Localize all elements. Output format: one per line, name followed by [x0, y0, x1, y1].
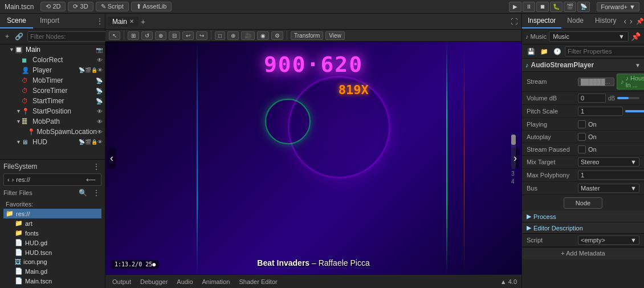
tree-item-scoretimer[interactable]: ⏱ ScoreTimer 📡	[0, 86, 105, 96]
editor-tab-main[interactable]: Main ✕	[108, 17, 138, 27]
stream-paused-checkbox[interactable]	[578, 145, 586, 153]
script-button[interactable]: ✎ Script	[96, 2, 129, 11]
audio-tab[interactable]: Audio	[174, 278, 195, 286]
tree-item-mobpath[interactable]: ▼ 🛤 MobPath 👁	[0, 116, 105, 127]
add-metadata-button[interactable]: + Add Metadata	[522, 247, 644, 259]
zoom-out-button[interactable]: ⊟	[169, 31, 180, 40]
debug-button[interactable]: 🐛	[550, 2, 563, 12]
file-icon: 📄	[15, 239, 23, 246]
select-mode-button[interactable]: ↖	[109, 31, 120, 40]
volume-input[interactable]	[578, 94, 606, 103]
tree-item-mobtimer[interactable]: ⏱ MobTimer 📡	[0, 75, 105, 86]
output-tab[interactable]: Output	[110, 278, 133, 286]
stream-file[interactable]: ♪ ♪ House In ...	[617, 74, 644, 90]
rotate-button[interactable]: ↺	[141, 31, 153, 40]
fs-item-hudgd[interactable]: 📄 HUD.gd	[3, 238, 101, 248]
insp-back-button[interactable]: ‹	[622, 14, 628, 29]
zoom-in-button[interactable]: ⊕	[155, 31, 166, 40]
view-button[interactable]: View	[325, 31, 345, 40]
undo-button[interactable]: ↩	[182, 31, 194, 40]
transform-button[interactable]: Transform	[291, 31, 323, 40]
inspector-tab[interactable]: Inspector	[522, 14, 561, 29]
camera-button[interactable]: 🎥	[241, 31, 255, 40]
pause-button[interactable]: ⏸	[523, 2, 535, 12]
tree-item-main[interactable]: ▼ 🔲 Main 📷	[0, 44, 105, 55]
pitch-input[interactable]	[578, 107, 623, 116]
filter-properties-input[interactable]	[565, 46, 644, 56]
tree-item-mobspawnlocation[interactable]: 📍 MobSpawnLocation 👁	[0, 127, 105, 137]
volume-slider[interactable]	[617, 97, 639, 99]
filter-nodes-input[interactable]	[27, 31, 112, 42]
redo-button[interactable]: ↪	[196, 31, 207, 40]
tree-item-starttimer[interactable]: ⏱ StartTimer 📡	[0, 96, 105, 106]
node-button-row: Node	[522, 195, 644, 211]
node-tab[interactable]: Node	[561, 14, 589, 29]
tree-item-player[interactable]: 👤 Player 📡🎬🔒👁	[0, 65, 105, 75]
node-button[interactable]: Node	[564, 197, 602, 209]
insp-forward-button[interactable]: ›	[628, 14, 634, 29]
insp-history-button[interactable]: 🕐	[552, 47, 563, 56]
section-editor-description[interactable]: ▶ Editor Description	[522, 222, 644, 234]
animation-tab[interactable]: Animation	[200, 278, 233, 286]
pitch-slider[interactable]	[625, 110, 644, 112]
mode-3d-button[interactable]: ⟳ 3D	[68, 2, 93, 11]
fs-item-art[interactable]: 📁 art	[3, 218, 101, 228]
render-button[interactable]: ◉	[257, 31, 269, 40]
viewport-nav-left[interactable]: ‹	[108, 148, 116, 169]
debugger-tab[interactable]: Debugger	[138, 278, 170, 286]
shader-editor-tab[interactable]: Shader Editor	[237, 278, 279, 286]
smart-snap-button[interactable]: ⊕	[227, 31, 239, 40]
grid-button[interactable]: ⊞	[128, 31, 139, 40]
import-tab[interactable]: Import	[33, 14, 66, 29]
fs-item-maintscn[interactable]: 📄 Main.tscn	[3, 276, 101, 286]
filesystem-options-button[interactable]: ⋮	[91, 162, 101, 171]
assetlib-button[interactable]: ⬆ AssetLib	[131, 2, 172, 11]
add-node-button[interactable]: +	[3, 32, 11, 41]
history-tab[interactable]: History	[589, 14, 622, 29]
filesystem-header: FileSystem ⋮	[3, 162, 101, 171]
tree-item-colorrect[interactable]: ◼ ColorRect 👁	[0, 55, 105, 65]
breadcrumb-back[interactable]: ‹	[7, 176, 10, 183]
insp-folder-button[interactable]: 📁	[539, 47, 550, 56]
tab-add-button[interactable]: +	[141, 17, 145, 26]
autoplay-checkbox[interactable]	[578, 133, 586, 141]
max-polyphony-input[interactable]	[578, 171, 644, 180]
filter-files-search[interactable]: 🔍	[77, 188, 89, 197]
snap-button[interactable]: □	[215, 31, 225, 40]
scene-tab[interactable]: Scene	[0, 14, 33, 29]
music-dropdown[interactable]: Music ▼	[549, 31, 629, 42]
renderer-button[interactable]: Forward+ ▼	[597, 2, 639, 11]
script-dropdown[interactable]: <empty> ▼	[578, 236, 639, 245]
volume-slider-fill	[617, 97, 628, 99]
insp-pin-button[interactable]: 📌	[634, 14, 644, 29]
breadcrumb-collapse[interactable]: ⟵	[84, 175, 97, 184]
mix-target-dropdown[interactable]: Stereo ▼	[578, 157, 639, 167]
remote-button[interactable]: 📡	[577, 2, 590, 12]
tree-item-hud[interactable]: ▼ 🖥 HUD 📡🎬🔒👁	[0, 137, 105, 147]
bus-dropdown[interactable]: Master ▼	[578, 184, 639, 193]
fs-item-res[interactable]: 📁 res://	[3, 209, 101, 218]
playing-checkbox[interactable]	[578, 120, 586, 128]
breadcrumb-forward[interactable]: ›	[12, 176, 14, 183]
filter-files-options[interactable]: ⋮	[91, 188, 101, 197]
play-button[interactable]: ▶	[509, 2, 521, 12]
fs-item-label: Main.gd	[25, 268, 47, 275]
stream-preview[interactable]: ██████████	[578, 78, 614, 86]
expand-viewport-button[interactable]: ⛶	[509, 17, 519, 26]
link-button[interactable]: 🔗	[13, 32, 25, 41]
insp-save-button[interactable]: 💾	[525, 47, 537, 56]
fs-item-hudtscn[interactable]: 📄 HUD.tscn	[3, 248, 101, 257]
tree-item-startposition[interactable]: ▼ 📍 StartPosition 👁	[0, 106, 105, 116]
fs-item-maingd[interactable]: 📄 Main.gd	[3, 266, 101, 276]
movie-button[interactable]: 🎬	[564, 2, 576, 12]
tab-close-button[interactable]: ✕	[129, 18, 134, 25]
section-process[interactable]: ▶ Process	[522, 211, 644, 222]
inspector-pin-button[interactable]: 📌	[631, 32, 641, 41]
fs-item-fonts[interactable]: 📁 fonts	[3, 228, 101, 238]
mode-2d-button[interactable]: ⟲ 2D	[40, 2, 66, 11]
scene-options-button[interactable]: ⋮	[95, 14, 105, 29]
settings-button[interactable]: ⚙	[271, 31, 283, 40]
fs-item-iconpng[interactable]: 🖼 icon.png	[3, 257, 101, 266]
stop-button[interactable]: ⏹	[536, 2, 549, 12]
breadcrumb[interactable]: ‹ › res:// ⟵	[3, 173, 101, 186]
